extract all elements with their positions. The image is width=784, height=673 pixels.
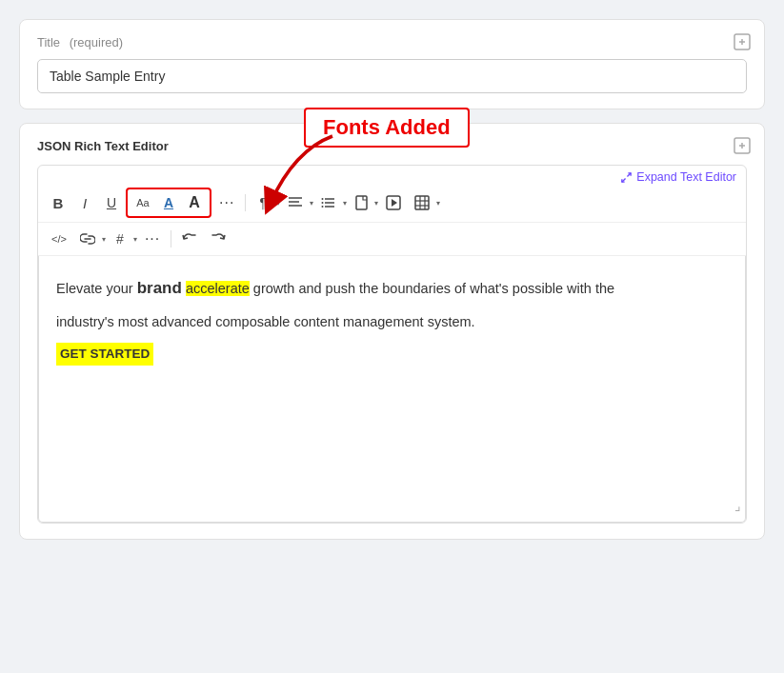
toolbar-wrapper: Expand Text Editor B I U Aa A A ··· ¶: [37, 165, 747, 524]
file-button[interactable]: [349, 190, 373, 215]
font-size-button[interactable]: Aa: [131, 190, 155, 215]
divider-1: [245, 194, 246, 211]
editor-section: JSON Rich Text Editor Fonts Added: [19, 123, 765, 540]
hash-arrow: ▾: [133, 235, 137, 244]
link-arrow: ▾: [102, 235, 106, 244]
accelerate-text: accelerate: [186, 281, 250, 296]
undo-button[interactable]: [176, 227, 203, 251]
font-color-button[interactable]: A: [156, 190, 181, 215]
hash-dropdown[interactable]: # ▾: [108, 227, 137, 251]
link-dropdown[interactable]: ▾: [74, 227, 106, 251]
page-container: Title (required) JSON Rich Text Editor F…: [19, 19, 765, 540]
editor-paragraph-1: Elevate your brand accelerate growth and…: [56, 275, 728, 303]
editor-section-icon[interactable]: [734, 137, 751, 158]
title-label: Title (required): [37, 35, 747, 49]
editor-content[interactable]: Elevate your brand accelerate growth and…: [38, 256, 746, 523]
svg-rect-18: [356, 196, 367, 209]
file-dropdown[interactable]: ▾: [349, 190, 378, 215]
more-options-button-2[interactable]: ···: [139, 227, 166, 251]
toolbar-row-2: </> ▾ # ▾ ···: [38, 223, 746, 256]
title-section: Title (required): [19, 19, 765, 109]
align-dropdown[interactable]: ▾: [282, 190, 313, 215]
svg-point-16: [322, 202, 324, 204]
table-arrow: ▾: [436, 199, 440, 208]
paragraph-dropdown[interactable]: ¶ ▾: [251, 190, 280, 215]
svg-marker-20: [392, 199, 397, 207]
cta-text: GET STARTED: [56, 343, 153, 366]
redo-button[interactable]: [205, 227, 231, 251]
title-section-icon[interactable]: [734, 33, 751, 54]
svg-point-17: [322, 206, 324, 208]
resize-handle[interactable]: ⌟: [734, 495, 741, 518]
toolbar-row-1: B I U Aa A A ··· ¶ ▾: [38, 184, 746, 223]
link-button[interactable]: [74, 227, 101, 251]
table-button[interactable]: [409, 190, 435, 215]
list-arrow: ▾: [343, 199, 347, 208]
paragraph-arrow: ▾: [276, 199, 280, 208]
font-group-highlighted: Aa A A: [126, 188, 211, 218]
table-dropdown[interactable]: ▾: [409, 190, 440, 215]
file-arrow: ▾: [374, 199, 378, 208]
font-a-button[interactable]: A: [182, 190, 207, 215]
play-button[interactable]: [380, 190, 407, 215]
more-options-button-1[interactable]: ···: [213, 190, 240, 215]
align-button[interactable]: [282, 190, 309, 215]
title-input[interactable]: [37, 59, 747, 93]
underline-button[interactable]: U: [99, 190, 124, 215]
fonts-added-badge: Fonts Added: [304, 108, 470, 148]
list-button[interactable]: [315, 190, 342, 215]
paragraph-button[interactable]: ¶: [251, 190, 275, 215]
code-button[interactable]: </>: [46, 227, 72, 251]
expand-link-row: Expand Text Editor: [38, 166, 746, 184]
editor-cta: GET STARTED: [56, 342, 728, 366]
italic-button[interactable]: I: [72, 190, 97, 215]
bold-button[interactable]: B: [46, 190, 70, 215]
list-dropdown[interactable]: ▾: [315, 190, 347, 215]
hash-button[interactable]: #: [108, 227, 132, 251]
svg-rect-21: [415, 196, 429, 209]
brand-text: brand: [137, 279, 182, 297]
editor-paragraph-2: industry's most advanced composable cont…: [56, 310, 728, 334]
align-arrow: ▾: [310, 199, 313, 208]
svg-point-15: [322, 198, 324, 200]
divider-2: [171, 230, 171, 247]
expand-text-editor-button[interactable]: Expand Text Editor: [620, 170, 736, 184]
